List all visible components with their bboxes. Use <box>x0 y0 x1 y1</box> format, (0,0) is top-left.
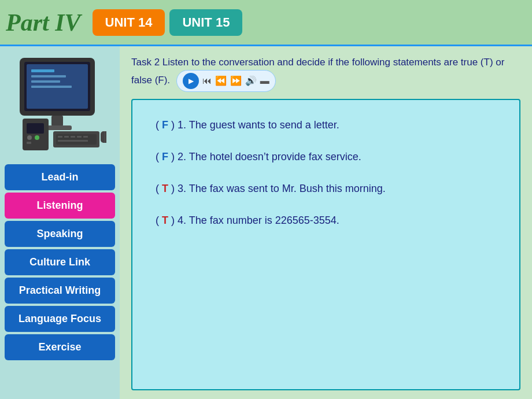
part-title: Part IV <box>6 9 81 36</box>
svg-rect-10 <box>27 123 44 134</box>
svg-rect-22 <box>101 131 106 143</box>
svg-rect-4 <box>31 75 66 77</box>
sidebar-nav: Lead-in Listening Speaking Culture Link … <box>0 162 120 363</box>
statement-3: ( T ) 3. The fax was sent to Mr. Bush th… <box>156 181 496 197</box>
svg-rect-20 <box>83 136 88 138</box>
audio-player[interactable]: ⏮ ⏪ ⏩ 🔊 ▬ <box>176 70 276 92</box>
statements-box: ( F ) 1. The guest wants to send a lette… <box>131 99 520 391</box>
sidebar-item-lead-in[interactable]: Lead-in <box>5 164 115 190</box>
content-area: Task 2 Listen to the conversation and de… <box>120 46 532 399</box>
svg-rect-17 <box>64 136 69 138</box>
sidebar-computer-image <box>0 46 120 162</box>
svg-rect-3 <box>31 69 54 72</box>
svg-rect-19 <box>77 136 82 138</box>
svg-rect-7 <box>51 116 63 126</box>
audio-rewind-icon[interactable]: ⏮ <box>202 74 212 88</box>
answer-4: T <box>162 215 168 226</box>
sidebar-item-exercise[interactable]: Exercise <box>5 334 115 360</box>
main-layout: Lead-in Listening Speaking Culture Link … <box>0 46 532 399</box>
answer-1: F <box>162 119 168 131</box>
svg-rect-15 <box>56 134 97 145</box>
svg-rect-6 <box>31 86 72 88</box>
svg-rect-13 <box>27 142 31 144</box>
statement-1: ( F ) 1. The guest wants to send a lette… <box>156 117 496 133</box>
audio-play-button[interactable] <box>183 73 199 89</box>
computer-svg <box>14 55 106 153</box>
sidebar-item-language-focus[interactable]: Language Focus <box>5 306 115 332</box>
svg-rect-5 <box>31 80 60 83</box>
answer-3: T <box>162 183 168 194</box>
svg-rect-16 <box>58 136 62 138</box>
svg-rect-18 <box>71 136 75 138</box>
svg-point-11 <box>27 135 32 140</box>
audio-stop-icon[interactable]: ▬ <box>260 74 269 88</box>
audio-volume-icon[interactable]: 🔊 <box>245 74 257 88</box>
sidebar-item-listening[interactable]: Listening <box>5 193 115 219</box>
task-description: Task 2 Listen to the conversation and de… <box>131 55 520 92</box>
unit15-button[interactable]: UNIT 15 <box>169 9 242 36</box>
svg-point-12 <box>35 135 39 140</box>
header: Part IV UNIT 14 UNIT 15 <box>0 0 532 46</box>
answer-2: F <box>162 151 168 162</box>
sidebar-item-culture-link[interactable]: Culture Link <box>5 249 115 275</box>
sidebar: Lead-in Listening Speaking Culture Link … <box>0 46 120 399</box>
statement-4: ( T ) 4. The fax number is 226565-3554. <box>156 213 496 228</box>
sidebar-item-practical-writing[interactable]: Practical Writing <box>5 278 115 304</box>
audio-prev-icon[interactable]: ⏪ <box>215 74 227 88</box>
svg-rect-21 <box>58 140 88 142</box>
unit14-button[interactable]: UNIT 14 <box>93 9 165 36</box>
sidebar-item-speaking[interactable]: Speaking <box>5 221 115 247</box>
audio-next-icon[interactable]: ⏩ <box>230 74 242 88</box>
statement-2: ( F ) 2. The hotel doesn’t provide fax s… <box>156 149 496 165</box>
